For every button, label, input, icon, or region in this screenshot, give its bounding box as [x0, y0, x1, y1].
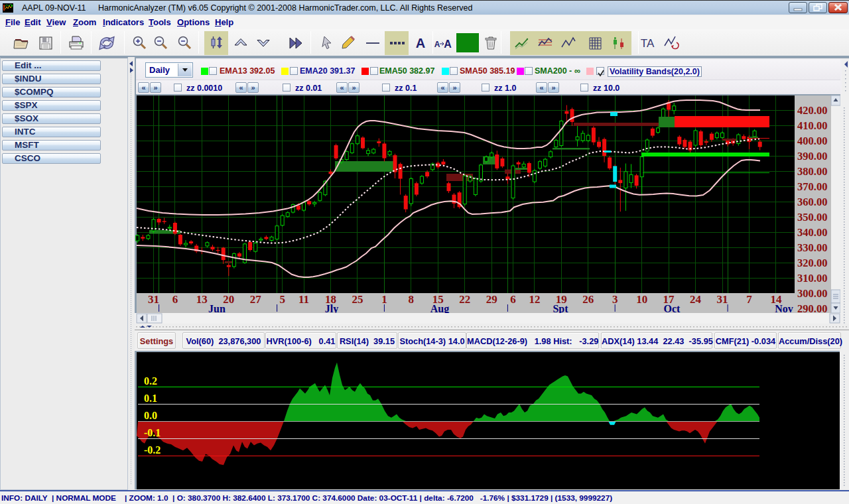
svg-text:5: 5: [279, 293, 285, 306]
svg-text:Nov: Nov: [775, 303, 793, 314]
svg-text:0.0: 0.0: [144, 410, 157, 421]
svg-text:Jun: Jun: [208, 303, 226, 314]
svg-text:A: A: [434, 40, 440, 49]
svg-text:13: 13: [196, 293, 208, 306]
svg-text:1: 1: [381, 293, 387, 306]
svg-text:26: 26: [582, 293, 594, 306]
svg-text:320.00: 320.00: [797, 257, 827, 269]
svg-text:22: 22: [459, 293, 470, 306]
svg-text:390.00: 390.00: [797, 150, 827, 162]
svg-text:360.00: 360.00: [797, 196, 827, 208]
svg-text:6: 6: [510, 293, 516, 306]
svg-text:380.00: 380.00: [797, 165, 827, 178]
svg-text:Oct: Oct: [664, 303, 681, 314]
svg-text:410.00: 410.00: [797, 119, 827, 132]
svg-text:420.00: 420.00: [797, 104, 827, 117]
svg-text:290.00: 290.00: [797, 302, 827, 315]
svg-text:0.2: 0.2: [144, 375, 157, 387]
svg-text:330.00: 330.00: [797, 241, 827, 254]
svg-text:31: 31: [148, 293, 159, 306]
svg-text:340.00: 340.00: [797, 226, 827, 239]
svg-text:-0.1: -0.1: [144, 427, 161, 438]
svg-text:6: 6: [172, 293, 178, 306]
svg-text:31: 31: [717, 293, 728, 306]
svg-text:A: A: [444, 38, 452, 50]
svg-text:370.00: 370.00: [797, 180, 827, 193]
svg-text:24: 24: [690, 293, 702, 306]
svg-text:400.00: 400.00: [797, 135, 827, 147]
svg-text:11: 11: [298, 293, 309, 306]
svg-text:300.00: 300.00: [797, 287, 827, 300]
svg-text:310.00: 310.00: [797, 272, 827, 284]
svg-text:10: 10: [636, 293, 647, 306]
svg-text:TA: TA: [641, 37, 655, 50]
svg-text:25: 25: [352, 293, 363, 306]
svg-text:12: 12: [529, 293, 540, 306]
svg-text:3: 3: [612, 293, 618, 306]
svg-text:A: A: [416, 36, 425, 50]
svg-text:29: 29: [486, 293, 497, 306]
svg-text:8: 8: [409, 293, 415, 306]
svg-text:0.1: 0.1: [144, 393, 157, 404]
svg-text:-0.2: -0.2: [144, 444, 161, 456]
svg-text:7: 7: [746, 293, 752, 306]
svg-text:350.00: 350.00: [797, 211, 827, 223]
svg-text:27: 27: [250, 293, 262, 306]
